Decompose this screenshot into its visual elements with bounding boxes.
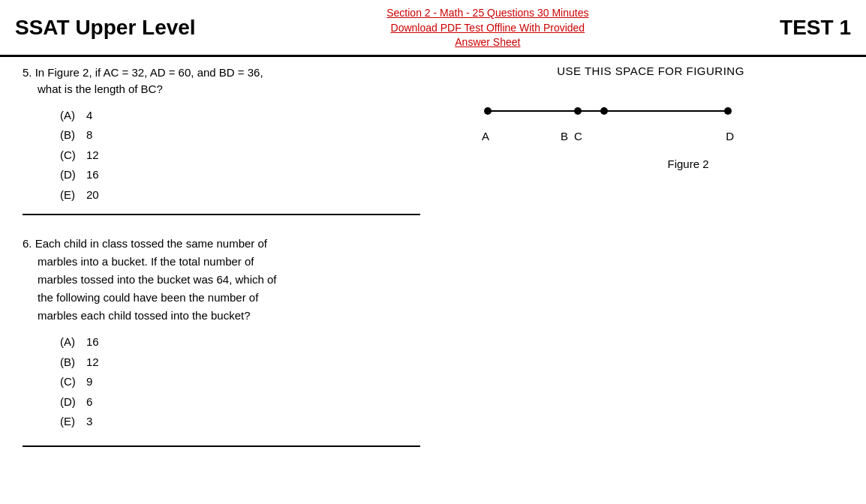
list-item: (E) 3 (60, 413, 420, 430)
q6-line1: Each child in class tossed the same numb… (35, 237, 267, 250)
question-5-body-line2: what is the length of BC? (38, 82, 163, 95)
question-5-number: 5. (23, 66, 35, 79)
list-item: (A) 16 (60, 334, 420, 351)
choice-label-5a: (A) (60, 107, 86, 124)
header-center: Section 2 - Math - 25 Questions 30 Minut… (211, 6, 765, 50)
point-label-d: D (726, 130, 734, 142)
choice-value-5c: 12 (86, 147, 99, 164)
choice-label-6d: (D) (60, 394, 86, 411)
question-5-choices: (A) 4 (B) 8 (C) 12 (D) 16 (60, 107, 420, 204)
content-area: 5. In Figure 2, if AC = 32, AD = 60, and… (0, 57, 866, 454)
figure-2-diagram (480, 100, 735, 122)
list-item: (B) 8 (60, 127, 420, 144)
choice-value-5b: 8 (86, 127, 92, 144)
point-labels: A B C D (480, 130, 735, 142)
question-6-section: 6. Each child in class tossed the same n… (23, 223, 420, 447)
figure-caption: Figure 2 (480, 158, 851, 170)
right-column: USE THIS SPACE FOR FIGURING (435, 57, 866, 454)
point-label-c: C (574, 130, 582, 142)
figuring-label: USE THIS SPACE FOR FIGURING (450, 64, 851, 77)
svg-point-3 (600, 107, 608, 115)
point-label-b: B (561, 130, 568, 142)
choice-label-5e: (E) (60, 187, 86, 204)
header: SSAT Upper Level Section 2 - Math - 25 Q… (0, 0, 866, 57)
header-test-label: TEST 1 (780, 16, 851, 40)
choice-label-6e: (E) (60, 413, 86, 430)
choice-label-5d: (D) (60, 166, 86, 184)
question-5-section: 5. In Figure 2, if AC = 32, AD = 60, and… (23, 64, 420, 216)
list-item: (A) 4 (60, 107, 420, 124)
question-5-text: 5. In Figure 2, if AC = 32, AD = 60, and… (23, 64, 420, 98)
header-title: SSAT Upper Level (15, 16, 196, 40)
left-column: 5. In Figure 2, if AC = 32, AD = 60, and… (0, 57, 435, 454)
choice-label-5b: (B) (60, 127, 86, 144)
header-link[interactable]: Section 2 - Math - 25 Questions 30 Minut… (211, 6, 765, 50)
choice-label-6a: (A) (60, 334, 86, 351)
bottom-divider (23, 446, 420, 447)
choice-value-6b: 12 (86, 354, 99, 371)
choice-value-5d: 16 (86, 166, 99, 184)
q6-line5: marbles each child tossed into the bucke… (38, 309, 251, 322)
list-item: (C) 9 (60, 374, 420, 391)
link-line3: Answer Sheet (211, 35, 765, 50)
choice-label-5c: (C) (60, 147, 86, 164)
choice-value-5a: 4 (86, 107, 92, 124)
link-line1: Section 2 - Math - 25 Questions 30 Minut… (211, 6, 765, 21)
choice-label-6b: (B) (60, 354, 86, 371)
list-item: (C) 12 (60, 147, 420, 164)
svg-point-4 (724, 107, 732, 115)
choice-value-6c: 9 (86, 374, 92, 391)
question-6-number: 6. (23, 237, 35, 250)
page-container: SSAT Upper Level Section 2 - Math - 25 Q… (0, 0, 866, 504)
list-item: (D) 16 (60, 166, 420, 184)
choice-value-6d: 6 (86, 394, 92, 411)
list-item: (D) 6 (60, 394, 420, 411)
choice-label-6c: (C) (60, 374, 86, 391)
svg-point-2 (574, 107, 582, 115)
choice-value-6e: 3 (86, 413, 92, 430)
choice-value-5e: 20 (86, 187, 99, 204)
q6-line2: marbles into a bucket. If the total numb… (38, 255, 254, 268)
question-6-text: 6. Each child in class tossed the same n… (23, 235, 420, 325)
link-line2: Download PDF Test Offline With Provided (211, 21, 765, 36)
q6-line3: marbles tossed into the bucket was 64, w… (38, 273, 277, 286)
list-item: (E) 20 (60, 187, 420, 204)
q6-line4: the following could have been the number… (38, 291, 258, 304)
question-6-choices: (A) 16 (B) 12 (C) 9 (D) 6 (60, 334, 420, 430)
svg-point-1 (484, 107, 492, 115)
choice-value-6a: 16 (86, 334, 99, 351)
list-item: (B) 12 (60, 354, 420, 371)
question-5-body-line1: In Figure 2, if AC = 32, AD = 60, and BD… (35, 66, 263, 79)
figure-2-container: A B C D Figure 2 (450, 100, 851, 170)
point-label-a: A (482, 130, 489, 142)
